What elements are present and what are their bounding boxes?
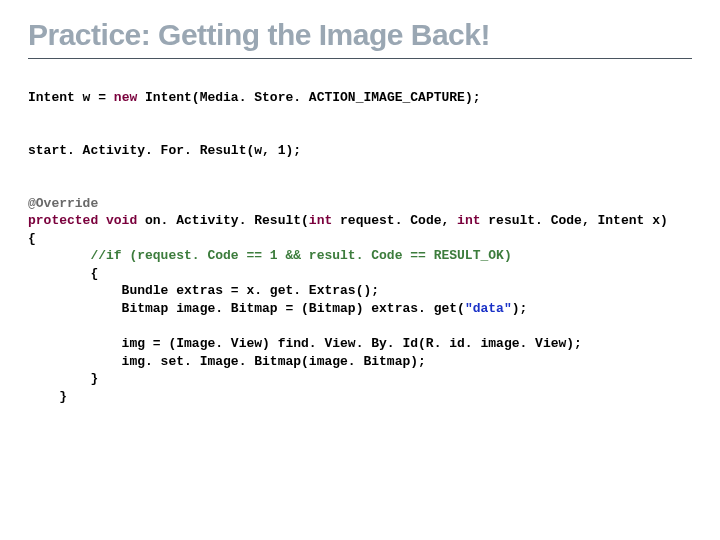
code-block: Intent w = new Intent(Media. Store. ACTI… bbox=[28, 71, 692, 423]
title-rule bbox=[28, 58, 692, 59]
page-title: Practice: Getting the Image Back! bbox=[28, 18, 692, 52]
code-line-6: //if (request. Code == 1 && result. Code… bbox=[28, 248, 512, 263]
code-line-8: Bundle extras = x. get. Extras(); bbox=[28, 283, 379, 298]
code-line-10: img = (Image. View) find. View. By. Id(R… bbox=[28, 336, 582, 351]
code-line-11: img. set. Image. Bitmap(image. Bitmap); bbox=[28, 354, 426, 369]
code-line-4: protected void on. Activity. Result(int … bbox=[28, 213, 668, 228]
code-line-7: { bbox=[28, 266, 98, 281]
code-line-3: @Override bbox=[28, 196, 98, 211]
code-line-12: } bbox=[28, 371, 98, 386]
code-line-13: } bbox=[28, 389, 67, 404]
code-line-2: start. Activity. For. Result(w, 1); bbox=[28, 143, 301, 158]
code-line-5: { bbox=[28, 231, 36, 246]
code-line-1: Intent w = new Intent(Media. Store. ACTI… bbox=[28, 90, 481, 105]
code-line-9: Bitmap image. Bitmap = (Bitmap) extras. … bbox=[28, 301, 527, 316]
